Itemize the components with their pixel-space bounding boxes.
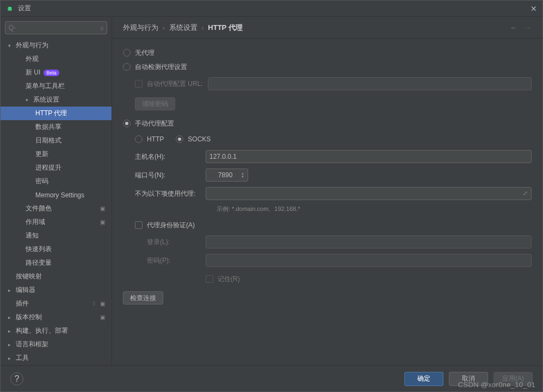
sidebar-label: 进程提升 [35, 163, 61, 172]
search-container: ⌕ [5, 21, 107, 34]
host-input[interactable] [206, 150, 532, 163]
password-label: 密码(P): [147, 256, 206, 265]
sidebar-item-8[interactable]: 更新 [1, 147, 112, 161]
label-socks: SOCKS [188, 135, 211, 143]
sidebar-label: 工具 [16, 353, 29, 363]
tree-arrow-icon: ▸ [8, 342, 15, 347]
search-input[interactable] [5, 21, 107, 34]
content: 外观与行为 › 系统设置 › HTTP 代理 ← → 无代理 自动检测代理设置 … [112, 17, 542, 365]
help-button[interactable]: ? [10, 372, 23, 385]
cancel-button[interactable]: 取消 [449, 372, 488, 386]
sidebar-item-7[interactable]: 日期格式 [1, 134, 112, 147]
module-icon: ▣ [100, 206, 105, 211]
sidebar-item-13[interactable]: 作用域▣ [1, 215, 112, 229]
port-label: 端口号(N): [135, 171, 206, 180]
window-title: 设置 [18, 4, 31, 13]
sidebar-label: 密码 [35, 177, 48, 186]
sidebar-item-18[interactable]: ▸编辑器 [1, 283, 112, 297]
sidebar-item-17[interactable]: 按键映射 [1, 270, 112, 283]
module-icon: ▣ [100, 301, 105, 307]
sidebar-label: 路径变量 [26, 258, 52, 267]
sidebar-label: 系统设置 [33, 95, 59, 104]
port-input[interactable]: 7890▲▼ [206, 169, 248, 182]
clear-password-button: 清除密码 [135, 97, 175, 110]
radio-manual[interactable] [123, 120, 131, 127]
expand-icon[interactable]: ⤢ [523, 190, 528, 197]
checkbox-auth[interactable] [135, 221, 143, 229]
footer: ? 确定 取消 应用(A) [1, 365, 542, 391]
host-label: 主机名(H): [135, 152, 206, 161]
radio-no-proxy[interactable] [123, 49, 131, 57]
ok-button[interactable]: 确定 [404, 372, 443, 386]
radio-http[interactable] [135, 135, 143, 143]
tree-arrow-icon: ▸ [8, 315, 15, 320]
sidebar-label: 文件颜色 [26, 204, 52, 213]
sidebar-label: 更新 [35, 150, 48, 159]
sidebar-item-20[interactable]: ▸版本控制▣ [1, 310, 112, 324]
sidebar-label: 作用域 [26, 217, 45, 227]
password-input [206, 254, 532, 267]
nav-back-icon[interactable]: ← [510, 23, 517, 32]
titlebar: 设置 ✕ [1, 1, 542, 17]
tree-arrow-icon: ▾ [8, 43, 15, 48]
crumb-system[interactable]: 系统设置 [169, 23, 198, 33]
module-icon: ▣ [100, 314, 105, 320]
lang-icon: 🾄 [93, 301, 95, 307]
sidebar-item-0[interactable]: ▾外观与行为 [1, 39, 112, 52]
breadcrumb: 外观与行为 › 系统设置 › HTTP 代理 ← → [112, 17, 542, 39]
sidebar-item-10[interactable]: 密码 [1, 175, 112, 188]
check-connection-button[interactable]: 检查连接 [123, 291, 163, 304]
sidebar-label: 语言和框架 [16, 340, 48, 349]
login-input [206, 235, 532, 248]
radio-socks[interactable] [176, 135, 183, 143]
sidebar-label: 构建、执行、部署 [16, 326, 68, 335]
sidebar-item-14[interactable]: 通知 [1, 229, 112, 242]
app-logo-icon [6, 5, 14, 13]
close-icon[interactable]: ✕ [530, 4, 537, 13]
sidebar-item-15[interactable]: 快速列表 [1, 242, 112, 256]
sidebar-label: 数据共享 [35, 122, 61, 132]
svg-point-1 [10, 9, 11, 9]
sidebar-item-19[interactable]: 插件🾄▣ [1, 297, 112, 310]
module-icon: ▣ [100, 219, 105, 225]
sidebar-item-23[interactable]: ▸工具 [1, 351, 112, 365]
crumb-appearance[interactable]: 外观与行为 [123, 23, 158, 33]
sidebar-item-12[interactable]: 文件颜色▣ [1, 202, 112, 215]
sidebar-item-16[interactable]: 路径变量 [1, 256, 112, 270]
label-manual: 手动代理配置 [135, 119, 174, 128]
exclude-hint: 示例: *.domain.com、192.168.* [217, 205, 532, 213]
sidebar-label: 版本控制 [16, 313, 42, 322]
sidebar-item-4[interactable]: ▾系统设置 [1, 93, 112, 107]
svg-point-0 [9, 9, 9, 9]
chevron-right-icon: › [163, 24, 165, 31]
tree: ▾外观与行为外观新 UIBeta菜单与工具栏▾系统设置HTTP 代理数据共享日期… [1, 39, 112, 365]
sidebar-label: 新 UI [26, 68, 40, 77]
sidebar-item-3[interactable]: 菜单与工具栏 [1, 79, 112, 93]
sidebar-item-22[interactable]: ▸语言和框架 [1, 338, 112, 351]
login-label: 登录(L): [147, 238, 206, 247]
checkbox-remember [206, 275, 213, 283]
sidebar: ⌕ ▾外观与行为外观新 UIBeta菜单与工具栏▾系统设置HTTP 代理数据共享… [1, 17, 112, 365]
label-remember: 记住(R) [218, 275, 288, 284]
crumb-current: HTTP 代理 [208, 23, 242, 33]
sidebar-item-6[interactable]: 数据共享 [1, 120, 112, 134]
exclude-label: 不为以下项使用代理: [135, 189, 206, 198]
sidebar-item-2[interactable]: 新 UIBeta [1, 66, 112, 79]
exclude-input[interactable]: ⤢ [206, 187, 532, 200]
sidebar-label: 按键映射 [16, 272, 42, 281]
tree-arrow-icon: ▾ [26, 97, 32, 103]
sidebar-label: Memory Settings [35, 191, 84, 199]
sidebar-label: 菜单与工具栏 [26, 82, 65, 91]
sidebar-item-1[interactable]: 外观 [1, 52, 112, 66]
label-auth: 代理身份验证(A) [147, 221, 195, 230]
sidebar-item-5[interactable]: HTTP 代理 [1, 107, 112, 120]
label-no-proxy: 无代理 [135, 48, 155, 58]
sidebar-item-21[interactable]: ▸构建、执行、部署 [1, 324, 112, 338]
label-auto-detect: 自动检测代理设置 [135, 63, 187, 72]
nav-forward-icon: → [524, 23, 532, 32]
radio-auto-detect[interactable] [123, 63, 131, 71]
sidebar-label: 插件 [16, 299, 29, 308]
sidebar-item-11[interactable]: Memory Settings [1, 188, 112, 202]
sidebar-item-9[interactable]: 进程提升 [1, 161, 112, 175]
beta-badge: Beta [44, 70, 59, 76]
